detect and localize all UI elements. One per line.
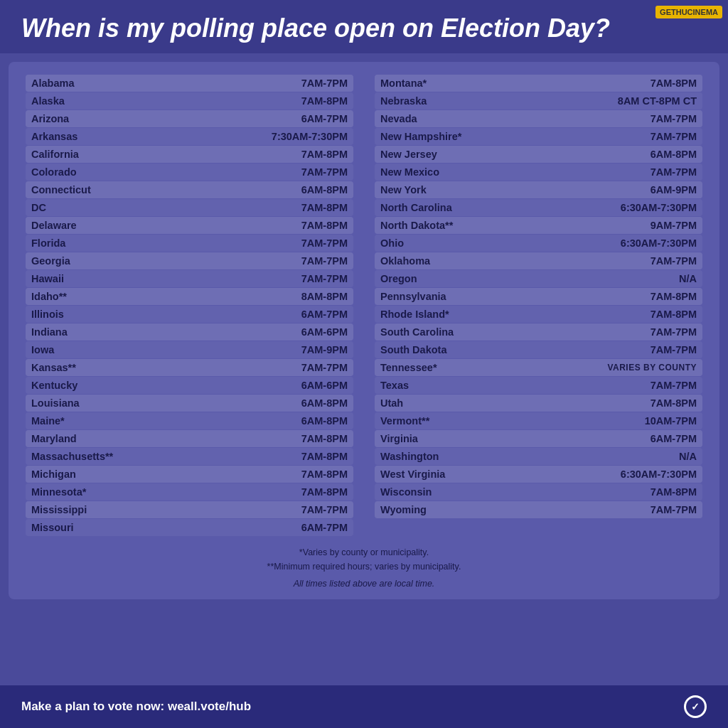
table-row: Nebraska 8AM CT-8PM CT [375,92,702,109]
state-hours: 6AM-7PM [301,113,348,124]
table-row: California 7AM-8PM [26,146,353,163]
state-hours: 7AM-7PM [651,326,697,338]
state-hours: 9AM-7PM [651,220,697,231]
footnotes: *Varies by county or municipality. **Min… [26,545,702,591]
state-name: Wyoming [380,504,427,515]
state-name: South Dakota [380,344,446,355]
state-hours: 6:30AM-7:30PM [621,237,697,249]
table-row: Ohio 6:30AM-7:30PM [375,235,702,252]
table-row: Delaware 7AM-8PM [26,217,353,234]
state-hours: 7:30AM-7:30PM [272,131,348,142]
table-row: Oklahoma 7AM-7PM [375,252,702,269]
state-hours: 6AM-7PM [651,433,697,444]
state-name: Michigan [31,469,76,480]
table-row: South Dakota 7AM-7PM [375,341,702,358]
state-hours: 7AM-8PM [301,220,348,231]
table-row: Idaho** 8AM-8PM [26,288,353,305]
footer-link[interactable]: weall.vote/hub [168,700,251,713]
footer: Make a plan to vote now: weall.vote/hub … [0,685,728,728]
state-hours: 7AM-7PM [651,166,697,178]
state-name: Maryland [31,433,77,444]
state-hours: 7AM-8PM [301,451,348,462]
state-name: Alabama [31,77,74,89]
table-row: Iowa 7AM-9PM [26,341,353,358]
state-name: West Virginia [380,469,445,480]
state-name: Idaho** [31,291,67,302]
state-hours: 7AM-7PM [651,255,697,267]
table-row: Maine* 6AM-8PM [26,412,353,429]
state-name: Texas [380,380,409,391]
state-name: Utah [380,397,403,409]
table-row: South Carolina 7AM-7PM [375,323,702,341]
state-hours: 6AM-8PM [301,415,348,427]
state-hours: 7AM-7PM [651,113,697,124]
table-row: Arkansas 7:30AM-7:30PM [26,128,353,145]
state-name: South Carolina [380,326,454,338]
header: When is my polling place open on Electio… [0,0,728,53]
table-row: Montana* 7AM-8PM [375,75,702,92]
footer-text: Make a plan to vote now: weall.vote/hub [21,700,251,714]
table-row: Louisiana 6AM-8PM [26,395,353,412]
state-name: Connecticut [31,184,91,196]
state-name: Tennessee* [380,362,437,373]
table-row: Colorado 7AM-7PM [26,164,353,181]
state-name: Pennsylvania [380,291,446,302]
state-hours: 7AM-8PM [651,77,697,89]
state-hours: 7AM-8PM [651,309,697,320]
state-hours: 7AM-8PM [651,291,697,302]
state-name: Mississippi [31,504,87,515]
state-name: Iowa [31,344,54,355]
state-hours: 6AM-8PM [651,149,697,160]
main-content: Alabama 7AM-7PM Alaska 7AM-8PM Arizona 6… [9,62,719,599]
state-hours: 10AM-7PM [645,415,697,427]
table-row: DC 7AM-8PM [26,199,353,216]
table-row: Tennessee* VARIES BY COUNTY [375,359,702,376]
state-name: Missouri [31,522,74,533]
state-name: Ohio [380,237,404,249]
state-name: New Mexico [380,166,439,178]
table-row: Oregon N/A [375,270,702,287]
table-row: Texas 7AM-7PM [375,377,702,394]
state-name: Minnesota* [31,486,86,498]
state-hours: N/A [679,273,697,284]
table-row: North Carolina 6:30AM-7:30PM [375,199,702,216]
state-hours: 6AM-6PM [301,326,348,338]
table-row: Pennsylvania 7AM-8PM [375,288,702,305]
table-row: Washington N/A [375,448,702,465]
state-hours: 7AM-7PM [301,362,348,373]
state-hours: 8AM CT-8PM CT [618,95,697,107]
state-hours: 6AM-7PM [301,309,348,320]
table-row: Maryland 7AM-8PM [26,430,353,447]
state-hours: 7AM-7PM [651,504,697,515]
right-column: Montana* 7AM-8PM Nebraska 8AM CT-8PM CT … [375,75,702,537]
table-row: Connecticut 6AM-8PM [26,181,353,198]
state-name: Rhode Island* [380,309,449,320]
state-name: Vermont** [380,415,429,427]
state-name: Nebraska [380,95,427,107]
state-name: Oregon [380,273,417,284]
table-row: Virginia 6AM-7PM [375,430,702,447]
state-name: Illinois [31,309,64,320]
state-name: Colorado [31,166,77,178]
state-name: New Hampshire* [380,131,461,142]
table-row: Mississippi 7AM-7PM [26,501,353,518]
table-row: Kansas** 7AM-7PM [26,359,353,376]
table-row: New Jersey 6AM-8PM [375,146,702,163]
state-name: North Dakota** [380,220,453,231]
footnote-1: *Varies by county or municipality. [26,545,702,560]
state-name: Massachusetts** [31,451,113,462]
table-row: Michigan 7AM-8PM [26,466,353,483]
state-hours: 7AM-8PM [301,486,348,498]
state-hours: 7AM-8PM [651,486,697,498]
state-name: Arkansas [31,131,77,142]
state-name: Hawaii [31,273,64,284]
state-name: Wisconsin [380,486,432,498]
footnote-2: **Minimum required hours; varies by muni… [26,560,702,574]
state-hours: N/A [679,451,697,462]
table-row: Wyoming 7AM-7PM [375,501,702,518]
state-hours: 7AM-8PM [301,149,348,160]
state-name: Louisiana [31,397,80,409]
state-name: Arizona [31,113,69,124]
state-name: New York [380,184,427,196]
state-hours: 6AM-8PM [301,397,348,409]
